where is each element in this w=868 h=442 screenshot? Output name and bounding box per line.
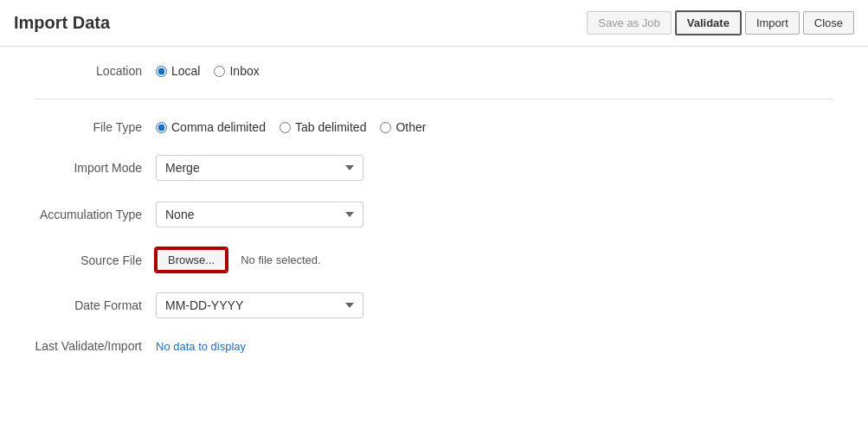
page-header: Import Data Save as Job Validate Import … bbox=[0, 0, 868, 47]
file-type-row: File Type Comma delimited Tab delimited … bbox=[35, 120, 833, 134]
browse-button[interactable]: Browse... bbox=[156, 248, 227, 272]
file-type-comma-radio[interactable] bbox=[156, 122, 167, 133]
date-format-label: Date Format bbox=[35, 298, 156, 312]
file-type-radio-group: Comma delimited Tab delimited Other bbox=[156, 120, 426, 134]
location-row: Location Local Inbox bbox=[35, 64, 833, 78]
last-validate-label: Last Validate/Import bbox=[35, 339, 156, 353]
accumulation-type-select[interactable]: None Sum Average bbox=[156, 202, 363, 227]
file-type-other-label[interactable]: Other bbox=[395, 120, 426, 134]
source-file-row: Source File Browse... No file selected. bbox=[35, 248, 833, 272]
form-content: Location Local Inbox File Type Comma del… bbox=[0, 47, 868, 391]
page-title: Import Data bbox=[14, 13, 110, 33]
source-file-control: Browse... No file selected. bbox=[156, 248, 321, 272]
header-buttons: Save as Job Validate Import Close bbox=[587, 10, 854, 35]
import-mode-row: Import Mode Merge Replace Append bbox=[35, 155, 833, 181]
close-button[interactable]: Close bbox=[803, 11, 854, 35]
location-inbox-label[interactable]: Inbox bbox=[229, 64, 259, 78]
file-type-label: File Type bbox=[35, 120, 156, 134]
import-mode-select[interactable]: Merge Replace Append bbox=[156, 155, 363, 181]
file-type-tab-option[interactable]: Tab delimited bbox=[280, 120, 367, 134]
source-file-label: Source File bbox=[35, 253, 156, 267]
date-format-select[interactable]: MM-DD-YYYY DD-MM-YYYY YYYY-MM-DD bbox=[156, 292, 363, 318]
location-local-label[interactable]: Local bbox=[171, 64, 200, 78]
import-mode-label: Import Mode bbox=[35, 161, 156, 175]
location-label: Location bbox=[35, 64, 156, 78]
location-local-radio[interactable] bbox=[156, 66, 167, 77]
location-inbox-radio[interactable] bbox=[214, 66, 225, 77]
file-type-tab-radio[interactable] bbox=[280, 122, 291, 133]
accumulation-type-row: Accumulation Type None Sum Average bbox=[35, 202, 833, 227]
file-type-other-option[interactable]: Other bbox=[380, 120, 426, 134]
no-file-text: No file selected. bbox=[241, 253, 321, 266]
last-validate-row: Last Validate/Import No data to display bbox=[35, 339, 833, 353]
file-type-comma-option[interactable]: Comma delimited bbox=[156, 120, 266, 134]
file-type-other-radio[interactable] bbox=[380, 122, 391, 133]
file-type-comma-label[interactable]: Comma delimited bbox=[171, 120, 266, 134]
validate-button[interactable]: Validate bbox=[675, 10, 742, 35]
location-inbox-option[interactable]: Inbox bbox=[214, 64, 259, 78]
location-local-option[interactable]: Local bbox=[156, 64, 200, 78]
accumulation-type-label: Accumulation Type bbox=[35, 208, 156, 221]
import-button[interactable]: Import bbox=[745, 11, 800, 35]
last-validate-no-data: No data to display bbox=[156, 340, 246, 353]
date-format-row: Date Format MM-DD-YYYY DD-MM-YYYY YYYY-M… bbox=[35, 292, 833, 318]
divider-1 bbox=[35, 99, 833, 99]
location-radio-group: Local Inbox bbox=[156, 64, 260, 78]
save-as-job-button[interactable]: Save as Job bbox=[587, 11, 672, 35]
file-type-tab-label[interactable]: Tab delimited bbox=[295, 120, 367, 134]
